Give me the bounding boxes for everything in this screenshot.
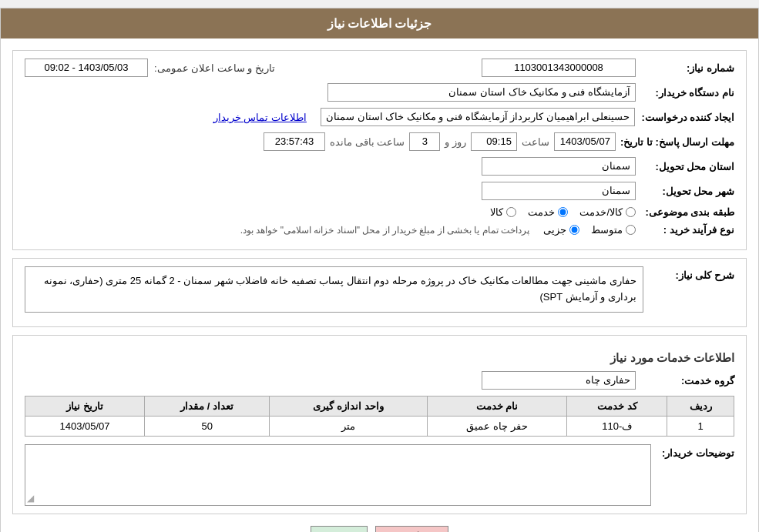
category-label: طبقه بندی موضوعی: bbox=[642, 206, 734, 218]
remaining-label: ساعت باقی مانده bbox=[330, 136, 405, 148]
cell-quantity: 50 bbox=[145, 417, 270, 437]
main-info-section: شماره نیاز: 1103001343000008 تاریخ و ساع… bbox=[12, 50, 747, 250]
notes-area: توضیحات خریدار: ◢ bbox=[25, 444, 734, 506]
creator-label: ایجاد کننده درخواست: bbox=[641, 112, 734, 123]
services-table: ردیف کد خدمت نام خدمت واحد اندازه گیری ت… bbox=[25, 396, 734, 437]
col-quantity: تعداد / مقدار bbox=[145, 396, 270, 417]
deadline-row: مهلت ارسال پاسخ: تا تاریخ: 1403/05/07 سا… bbox=[25, 132, 734, 151]
radio-goods-input[interactable] bbox=[506, 207, 516, 217]
page-header: جزئیات اطلاعات نیاز bbox=[1, 8, 758, 38]
radio-partial: جزیی bbox=[543, 224, 579, 236]
notes-box: ◢ bbox=[25, 444, 651, 506]
print-button[interactable]: چاپ bbox=[311, 526, 368, 532]
back-button[interactable]: بازگشت bbox=[375, 526, 448, 532]
need-number-label: شماره نیاز: bbox=[642, 62, 734, 74]
process-note: پرداخت تمام یا بخشی از مبلغ خریدار از مح… bbox=[240, 225, 529, 236]
category-row: طبقه بندی موضوعی: کالا/خدمت خدمت کالا bbox=[25, 206, 734, 218]
province-label: استان محل تحویل: bbox=[642, 161, 734, 172]
radio-service-label: خدمت bbox=[528, 206, 555, 218]
creator-row: ایجاد کننده درخواست: حسینعلی ابراهیمیان … bbox=[25, 108, 734, 126]
remaining-value: 23:57:43 bbox=[264, 132, 325, 151]
description-text: حفاری ماشینی جهت مطالعات مکانیک خاک در پ… bbox=[25, 266, 643, 313]
days-value: 3 bbox=[409, 132, 440, 151]
cell-code: ف-110 bbox=[567, 417, 667, 437]
need-number-row: شماره نیاز: 1103001343000008 تاریخ و ساع… bbox=[25, 59, 734, 77]
announce-value: 1403/05/03 - 09:02 bbox=[25, 59, 148, 77]
deadline-time: 09:15 bbox=[471, 132, 517, 151]
radio-goods: کالا bbox=[490, 206, 516, 218]
radio-service-input[interactable] bbox=[558, 207, 568, 217]
city-value: سمنان bbox=[482, 182, 636, 200]
province-row: استان محل تحویل: سمنان bbox=[25, 157, 734, 176]
services-section: اطلاعات خدمات مورد نیاز گروه خدمت: حفاری… bbox=[12, 335, 747, 514]
radio-medium: متوسط bbox=[591, 224, 636, 236]
creator-value: حسینعلی ابراهیمیان کاربرداز آزمایشگاه فن… bbox=[321, 108, 636, 126]
process-row: نوع فرآیند خرید : متوسط جزیی پرداخت تمام… bbox=[25, 224, 734, 236]
city-label: شهر محل تحویل: bbox=[642, 186, 734, 197]
services-title: اطلاعات خدمات مورد نیاز bbox=[25, 351, 734, 365]
col-date: تاریخ نیاز bbox=[25, 396, 145, 417]
description-section: شرح کلی نیاز: حفاری ماشینی جهت مطالعات م… bbox=[12, 258, 747, 327]
description-label: شرح کلی نیاز: bbox=[650, 266, 734, 281]
button-row: بازگشت چاپ bbox=[12, 526, 747, 532]
buyer-org-value: آزمایشگاه فنی و مکانیک خاک استان سمنان bbox=[327, 83, 636, 102]
service-group-value: حفاری چاه bbox=[482, 371, 636, 390]
deadline-date: 1403/05/07 bbox=[554, 132, 616, 151]
page-title: جزئیات اطلاعات نیاز bbox=[327, 17, 432, 30]
service-group-label: گروه خدمت: bbox=[642, 375, 734, 386]
deadline-label: مهلت ارسال پاسخ: تا تاریخ: bbox=[620, 136, 734, 148]
description-row: شرح کلی نیاز: حفاری ماشینی جهت مطالعات م… bbox=[25, 266, 734, 313]
radio-medium-input[interactable] bbox=[626, 225, 636, 235]
category-radio-group: کالا/خدمت خدمت کالا bbox=[490, 206, 636, 218]
buyer-org-row: نام دستگاه خریدار: آزمایشگاه فنی و مکانی… bbox=[25, 83, 734, 102]
radio-medium-label: متوسط bbox=[591, 224, 623, 236]
notes-label: توضیحات خریدار: bbox=[657, 444, 734, 459]
cell-unit: متر bbox=[270, 417, 427, 437]
province-value: سمنان bbox=[482, 157, 636, 176]
time-label: ساعت bbox=[522, 136, 549, 148]
radio-partial-label: جزیی bbox=[543, 224, 566, 236]
radio-goods-service-label: کالا/خدمت bbox=[579, 206, 623, 218]
radio-goods-label: کالا bbox=[490, 206, 503, 218]
need-number-value: 1103001343000008 bbox=[482, 59, 636, 77]
cell-date: 1403/05/07 bbox=[25, 417, 145, 437]
service-group-row: گروه خدمت: حفاری چاه bbox=[25, 371, 734, 390]
cell-row: 1 bbox=[667, 417, 734, 437]
table-row: 1 ف-110 حفر چاه عمیق متر 50 1403/05/07 bbox=[25, 417, 734, 437]
announce-label: تاریخ و ساعت اعلان عمومی: bbox=[154, 62, 275, 74]
col-name: نام خدمت bbox=[427, 396, 567, 417]
cell-name: حفر چاه عمیق bbox=[427, 417, 567, 437]
radio-partial-input[interactable] bbox=[569, 225, 579, 235]
table-header-row: ردیف کد خدمت نام خدمت واحد اندازه گیری ت… bbox=[25, 396, 734, 417]
radio-service: خدمت bbox=[528, 206, 568, 218]
col-code: کد خدمت bbox=[567, 396, 667, 417]
buyer-org-label: نام دستگاه خریدار: bbox=[642, 87, 734, 99]
contact-link[interactable]: اطلاعات تماس خریدار bbox=[213, 112, 307, 123]
resize-icon: ◢ bbox=[27, 493, 34, 504]
process-label: نوع فرآیند خرید : bbox=[642, 224, 734, 236]
city-row: شهر محل تحویل: سمنان bbox=[25, 182, 734, 200]
col-unit: واحد اندازه گیری bbox=[270, 396, 427, 417]
radio-goods-service-input[interactable] bbox=[626, 207, 636, 217]
col-row: ردیف bbox=[667, 396, 734, 417]
days-label: روز و bbox=[445, 136, 466, 148]
process-radio-group: متوسط جزیی bbox=[543, 224, 636, 236]
radio-goods-service: کالا/خدمت bbox=[579, 206, 636, 218]
